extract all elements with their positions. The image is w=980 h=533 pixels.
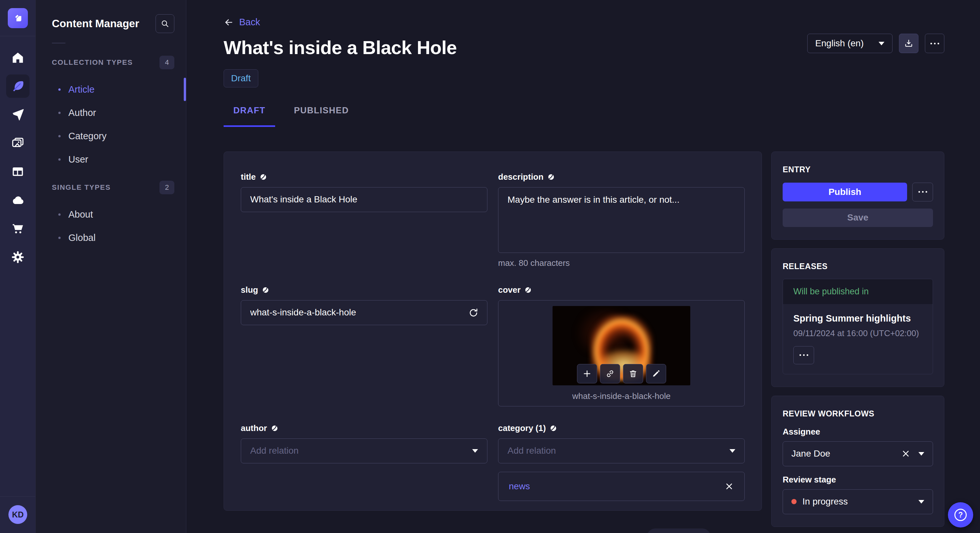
author-field: author Add relation [241,423,487,501]
save-button[interactable]: Save [783,209,933,227]
help-icon: ? [955,509,967,521]
link-icon [605,369,614,378]
collapsed-section-pill[interactable] [647,528,711,533]
add-media-button[interactable] [577,364,597,383]
content-manager-sidebar: Content Manager COLLECTION TYPES 4 Artic… [36,0,186,533]
sidebar-search-button[interactable] [156,14,174,33]
single-types-section: SINGLE TYPES 2 About Global [36,181,186,249]
strapi-logo-icon [11,12,24,25]
relation-news-link[interactable]: news [509,481,530,492]
regenerate-slug-button[interactable] [467,306,480,320]
header-actions: English (en) [807,34,944,53]
chevron-down-icon [730,449,735,453]
sidebar-item-author[interactable]: Author [36,101,186,124]
chevron-down-icon [918,452,924,455]
media-library-nav-button[interactable] [6,132,30,155]
more-horizontal-icon [931,43,939,44]
add-icon [582,369,592,379]
status-badge: Draft [224,69,258,87]
export-button[interactable] [899,34,918,53]
cover-caption: what-s-inside-a-black-hole [572,391,670,401]
header-more-button[interactable] [925,34,944,53]
more-horizontal-icon [800,354,808,356]
cover-toolbar [577,364,666,383]
releases-panel-title: RELEASES [783,262,933,271]
entry-more-button[interactable] [912,182,933,201]
sidebar-item-category[interactable]: Category [36,124,186,148]
tab-draft[interactable]: DRAFT [224,106,275,127]
back-link[interactable]: Back [224,17,260,27]
home-nav-button[interactable] [6,46,30,69]
publish-button[interactable]: Publish [783,182,907,201]
slug-field: slug [241,285,487,406]
regenerate-icon [468,308,479,318]
title-field: title [241,172,487,268]
copy-link-button[interactable] [600,364,620,383]
category-relation-select[interactable]: Add relation [498,438,745,463]
rail-nav [0,36,35,269]
sidebar-item-global[interactable]: Global [36,226,186,249]
bullet-icon [58,89,60,90]
review-stage-select[interactable]: In progress [783,489,933,514]
review-workflows-panel: REVIEW WORKFLOWS Assignee Jane Doe Revie… [771,396,944,527]
send-icon [11,108,25,121]
nav-rail: KD [0,0,36,533]
cover-field: cover [498,285,745,406]
title-input[interactable] [241,187,487,212]
more-horizontal-icon [918,191,927,193]
localization-globe-icon [271,425,278,432]
tab-published[interactable]: PUBLISHED [284,106,359,127]
sidebar-item-article[interactable]: Article [36,78,186,101]
remove-relation-button[interactable] [724,482,734,491]
help-fab-button[interactable]: ? [948,502,973,528]
sidebar-title: Content Manager [52,17,139,30]
logo-area [0,0,35,36]
cover-image-black-hole[interactable] [552,306,690,385]
section-count-badge: 4 [159,56,174,69]
content-type-builder-nav-button[interactable] [6,160,30,183]
settings-nav-button[interactable] [6,246,30,269]
section-count-badge: 2 [159,181,174,194]
chevron-down-icon [472,449,478,453]
localization-globe-icon [524,286,532,294]
media-library-icon [11,136,25,150]
section-label: SINGLE TYPES [52,183,111,192]
section-label: COLLECTION TYPES [52,58,133,67]
deploy-nav-button[interactable] [6,103,30,126]
clear-assignee-button[interactable] [901,449,911,458]
delete-media-button[interactable] [623,364,643,383]
assignee-select[interactable]: Jane Doe [783,441,933,466]
stage-status-dot [791,499,797,504]
trash-icon [628,369,638,378]
entry-panel: ENTRY Publish Save [771,152,944,240]
review-stage-label: Review stage [783,475,933,485]
release-more-button[interactable] [793,346,814,364]
rail-divider [0,497,35,497]
slug-input[interactable] [241,300,487,325]
cloud-nav-button[interactable] [6,189,30,212]
author-relation-select[interactable]: Add relation [241,438,487,463]
entry-panel-title: ENTRY [783,165,933,174]
chevron-down-icon [918,500,924,503]
strapi-logo[interactable] [8,8,28,28]
entry-form-panel: title description [224,152,762,511]
content-feather-icon [11,79,25,93]
description-textarea[interactable]: Maybe the answer is in this article, or … [498,187,745,253]
category-relation-item: news [498,472,745,501]
edit-media-button[interactable] [646,364,666,383]
sidebar-item-user[interactable]: User [36,148,186,171]
bullet-icon [58,213,60,216]
locale-select[interactable]: English (en) [807,34,892,53]
user-avatar[interactable]: KD [8,505,27,524]
localization-globe-icon [259,173,267,181]
sidebar-item-about[interactable]: About [36,203,186,226]
edit-pencil-icon [651,369,660,378]
sidebar-divider [52,43,65,43]
version-tabs: DRAFT PUBLISHED [224,106,944,127]
marketplace-nav-button[interactable] [6,217,30,240]
content-manager-nav-button[interactable] [6,75,30,98]
release-date: 09/11/2024 at 16:00 (UTC+02:00) [793,328,922,338]
bullet-icon [58,112,60,114]
search-icon [161,19,170,28]
entry-edit-view: Back English (en) What's inside a Black … [187,0,980,533]
